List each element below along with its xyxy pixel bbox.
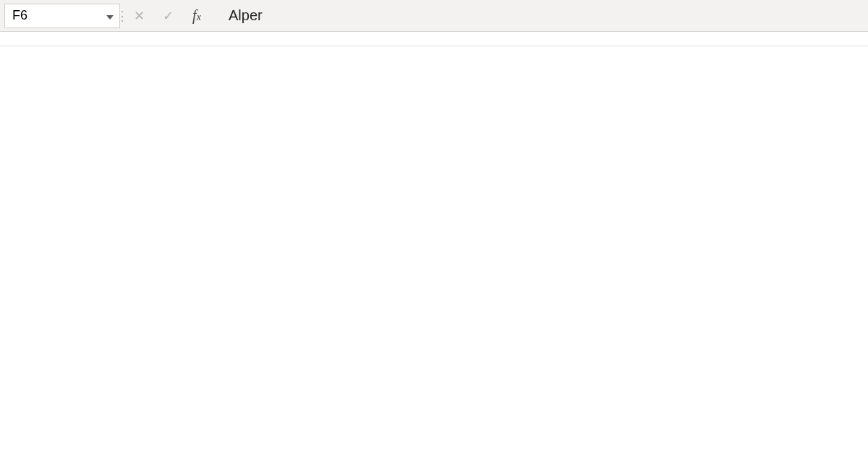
chevron-down-icon[interactable] — [106, 8, 114, 23]
toolbar-gap — [0, 32, 868, 46]
name-box[interactable]: F6 — [4, 4, 120, 28]
name-box-value: F6 — [12, 8, 27, 23]
enter-formula-button: ✓ — [153, 0, 182, 32]
formula-input-value: Alper — [229, 7, 263, 24]
insert-function-button[interactable]: fx — [182, 0, 211, 32]
cancel-formula-button: ✕ — [124, 0, 153, 32]
formula-input[interactable]: Alper — [211, 0, 868, 32]
formula-bar: F6 ✕ ✓ fx Alper — [0, 0, 868, 32]
svg-marker-0 — [106, 15, 114, 20]
